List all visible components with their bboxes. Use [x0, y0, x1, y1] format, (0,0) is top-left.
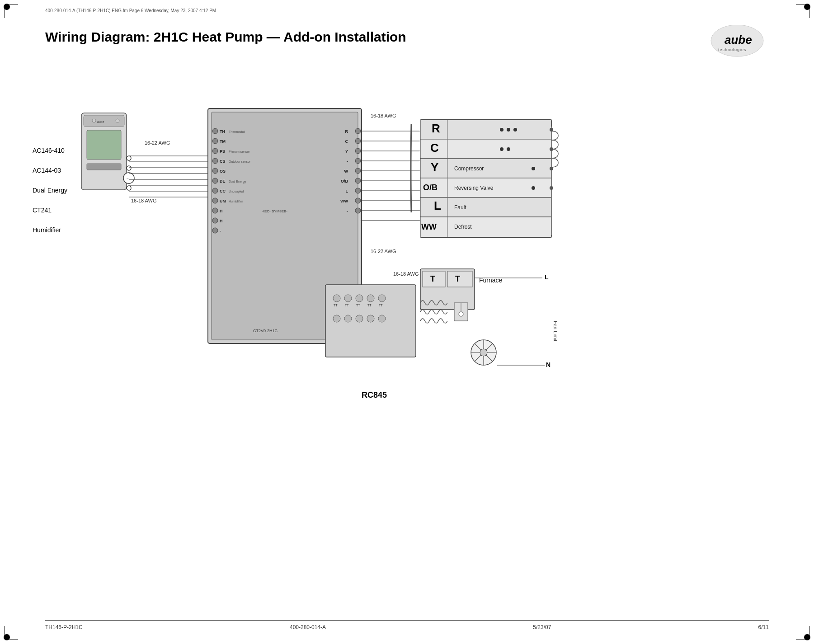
svg-point-129 — [344, 315, 352, 322]
svg-text:~: ~ — [127, 177, 129, 181]
svg-point-6 — [92, 119, 96, 122]
svg-text:WW: WW — [421, 222, 437, 231]
svg-text:T: T — [430, 274, 435, 283]
svg-point-25 — [212, 128, 218, 134]
wiring-svg: aube ~ 16-22 AWG 16-18 AWG — [27, 81, 787, 594]
svg-text:Thermostat: Thermostat — [229, 130, 245, 133]
svg-point-32 — [212, 198, 218, 203]
svg-point-130 — [356, 315, 363, 322]
svg-rect-5 — [87, 164, 121, 170]
crop-mark-tr — [796, 5, 809, 18]
diagram-area: aube ~ 16-22 AWG 16-18 AWG — [27, 81, 787, 594]
crop-mark-br — [796, 626, 809, 639]
svg-text:T: T — [455, 274, 460, 283]
label-ac144: AC144-03 — [33, 167, 67, 174]
svg-text:Humidifier: Humidifier — [229, 200, 243, 203]
svg-point-87 — [513, 128, 517, 132]
svg-text:-: - — [347, 209, 348, 213]
svg-point-61 — [355, 188, 361, 193]
svg-text:Dual Energy: Dual Energy — [229, 180, 246, 183]
svg-text:Fan Limit: Fan Limit — [553, 321, 558, 341]
svg-text:UM: UM — [220, 199, 226, 203]
svg-text:Defrost: Defrost — [454, 224, 472, 230]
svg-point-58 — [355, 158, 361, 164]
svg-text:TH: TH — [220, 129, 225, 134]
svg-text:TT: TT — [367, 304, 372, 307]
svg-point-10 — [127, 166, 131, 170]
svg-point-63 — [355, 208, 361, 213]
svg-point-9 — [127, 156, 131, 160]
svg-point-33 — [212, 208, 218, 213]
svg-text:CS: CS — [220, 159, 226, 164]
svg-text:TT: TT — [356, 304, 360, 307]
svg-text:16-18 AWG: 16-18 AWG — [131, 198, 156, 203]
svg-point-149 — [480, 349, 487, 356]
svg-point-118 — [333, 295, 340, 302]
svg-text:-: - — [347, 159, 348, 164]
svg-point-86 — [507, 128, 510, 132]
svg-text:RC845: RC845 — [362, 390, 387, 400]
label-ct241: CT241 — [33, 207, 67, 214]
svg-text:16-22 AWG: 16-22 AWG — [371, 249, 396, 254]
svg-text:TT: TT — [345, 304, 349, 307]
aube-logo: aube technologies — [706, 25, 764, 65]
svg-point-113 — [550, 147, 553, 151]
svg-point-59 — [355, 168, 361, 174]
svg-text:R: R — [432, 122, 440, 135]
svg-text:W: W — [344, 169, 348, 174]
svg-text:H: H — [220, 219, 223, 223]
svg-point-62 — [355, 198, 361, 203]
svg-text:TT: TT — [379, 304, 383, 307]
svg-text:L: L — [346, 189, 348, 193]
svg-point-112 — [550, 128, 553, 132]
svg-point-27 — [212, 148, 218, 154]
svg-text:Plenum sensor: Plenum sensor — [229, 150, 250, 153]
svg-point-114 — [550, 167, 553, 170]
svg-point-102 — [532, 186, 535, 190]
label-ac146: AC146-410 — [33, 147, 67, 154]
svg-rect-107 — [420, 217, 551, 237]
svg-point-34 — [212, 218, 218, 223]
svg-text:aube: aube — [97, 120, 104, 123]
crop-mark-bl — [5, 626, 18, 639]
svg-text:OS: OS — [220, 169, 226, 174]
file-ref: 400-280-014-A (TH146-P-2H1C) ENG.fm Page… — [45, 8, 216, 13]
svg-text:L: L — [545, 273, 549, 281]
svg-point-143 — [459, 312, 463, 316]
svg-point-26 — [212, 138, 218, 144]
svg-point-97 — [532, 167, 535, 170]
svg-rect-4 — [87, 130, 121, 160]
svg-point-60 — [355, 178, 361, 183]
svg-point-28 — [212, 158, 218, 164]
svg-point-56 — [355, 138, 361, 144]
svg-text:technologies: technologies — [718, 47, 747, 52]
svg-text:aube: aube — [725, 33, 752, 47]
svg-point-91 — [500, 147, 503, 151]
svg-point-132 — [378, 315, 386, 322]
svg-point-13 — [127, 186, 131, 190]
crop-mark-tl — [5, 5, 18, 18]
svg-point-7 — [116, 119, 119, 122]
svg-text:-: - — [220, 229, 221, 233]
svg-text:R: R — [345, 129, 348, 134]
svg-point-31 — [212, 188, 218, 193]
svg-text:TM: TM — [220, 139, 226, 144]
svg-text:WW: WW — [340, 199, 348, 203]
svg-point-92 — [507, 147, 510, 151]
page-footer: TH146-P-2H1C 400-280-014-A 5/23/07 6/11 — [45, 620, 769, 630]
svg-text:N: N — [546, 361, 551, 368]
svg-text:PS: PS — [220, 149, 225, 154]
svg-point-30 — [212, 178, 218, 183]
svg-point-35 — [212, 228, 218, 233]
svg-text:CC: CC — [220, 189, 226, 193]
svg-text:Reversing Valve: Reversing Valve — [454, 185, 494, 191]
footer-date: 5/23/07 — [533, 624, 551, 630]
logo-svg: aube technologies — [706, 25, 764, 63]
svg-point-115 — [550, 186, 553, 190]
svg-point-85 — [500, 128, 503, 132]
svg-text:16-18 AWG: 16-18 AWG — [393, 271, 419, 277]
svg-text:Uncoupled: Uncoupled — [229, 190, 244, 193]
svg-text:Y: Y — [345, 149, 348, 154]
svg-text:DE: DE — [220, 179, 226, 183]
svg-text:Compressor: Compressor — [454, 165, 484, 172]
